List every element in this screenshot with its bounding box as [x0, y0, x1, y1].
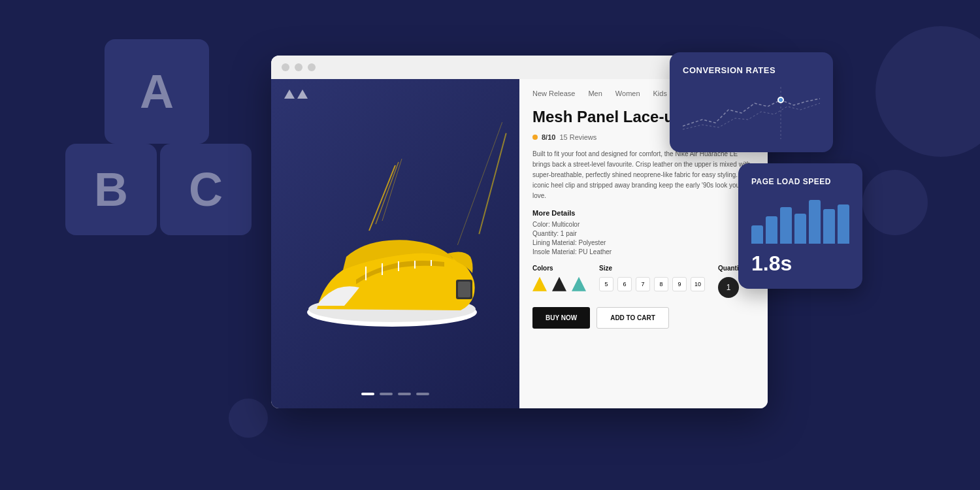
speed-bar-6 — [823, 209, 835, 244]
page-load-speed-card: PAGE LOAD SPEED 1.8s — [738, 163, 862, 289]
size-options: 5 6 7 8 9 10 — [599, 277, 705, 291]
size-option-group: Size 5 6 7 8 9 10 — [599, 265, 705, 291]
more-details-label: More Details — [532, 209, 755, 217]
detail-color: Color: Multicolor — [532, 221, 755, 228]
size-label: Size — [599, 265, 705, 272]
color-swatch-yellow[interactable] — [532, 277, 547, 291]
speed-bar-2 — [766, 216, 777, 244]
slide-dot-4[interactable] — [416, 393, 429, 395]
detail-insole: Insole Material: PU Leather — [532, 248, 755, 255]
rating-score: 8/10 — [542, 133, 555, 141]
conversion-rates-title: CONVERSION RATES — [683, 65, 820, 76]
sneaker-image — [291, 152, 500, 335]
rating-indicator — [532, 135, 538, 140]
speed-bar-1 — [751, 225, 763, 244]
color-options — [532, 277, 586, 291]
color-swatch-black[interactable] — [552, 277, 566, 291]
svg-line-1 — [376, 162, 399, 224]
product-description: Built to fit your foot and designed for … — [532, 149, 755, 201]
browser-dot-1 — [282, 63, 289, 71]
sneaker-svg — [291, 152, 500, 335]
block-b: B — [65, 144, 157, 235]
nav-item-new-release[interactable]: New Release — [532, 90, 575, 97]
buy-now-button[interactable]: BUY NOW — [532, 307, 590, 329]
speed-bars — [751, 198, 849, 244]
conversion-rates-card: CONVERSION RATES — [670, 52, 833, 152]
quantity-display[interactable]: 1 — [718, 277, 739, 298]
size-6[interactable]: 6 — [617, 277, 632, 291]
browser-dot-2 — [295, 63, 302, 71]
speed-title: PAGE LOAD SPEED — [751, 176, 849, 188]
size-10[interactable]: 10 — [691, 277, 705, 291]
slide-dot-2[interactable] — [380, 393, 393, 395]
speed-value: 1.8s — [751, 252, 849, 276]
block-a: A — [105, 39, 209, 144]
rating-count: 15 Reviews — [559, 133, 596, 141]
browser-dot-3 — [308, 63, 316, 71]
detail-lining: Lining Material: Polyester — [532, 239, 755, 246]
block-c: C — [160, 144, 252, 235]
bg-decoration-circle-2 — [862, 170, 928, 235]
size-5[interactable]: 5 — [599, 277, 613, 291]
speed-bar-5 — [809, 200, 821, 244]
speed-bar-7 — [838, 204, 849, 244]
logo-triangle-1 — [284, 90, 295, 99]
size-8[interactable]: 8 — [654, 277, 668, 291]
nav-item-kids[interactable]: Kids — [653, 90, 667, 97]
product-image-panel — [271, 79, 519, 408]
colors-label: Colors — [532, 265, 586, 272]
options-row: Colors Size 5 6 7 8 9 — [532, 265, 755, 298]
color-swatch-teal[interactable] — [572, 277, 586, 291]
size-9[interactable]: 9 — [672, 277, 687, 291]
size-7[interactable]: 7 — [636, 277, 650, 291]
svg-rect-11 — [458, 282, 470, 297]
slide-dot-1[interactable] — [361, 393, 374, 395]
logo-triangle-2 — [297, 90, 308, 99]
speed-bar-4 — [794, 214, 806, 244]
add-to-cart-button[interactable]: ADD TO CART — [596, 307, 669, 329]
slide-dot-3[interactable] — [398, 393, 411, 395]
detail-quantity: Quantity: 1 pair — [532, 230, 755, 237]
conversion-chart — [683, 87, 820, 139]
store-logo — [284, 90, 308, 99]
bg-decoration-circle-3 — [229, 399, 268, 438]
nav-item-women[interactable]: Women — [615, 90, 640, 97]
abc-blocks: A B C — [65, 39, 248, 235]
color-option-group: Colors — [532, 265, 586, 291]
slide-dots — [361, 393, 429, 395]
speed-bar-3 — [780, 207, 792, 244]
bg-decoration-circle-1 — [875, 26, 980, 157]
nav-item-men[interactable]: Men — [588, 90, 602, 97]
action-buttons: BUY NOW ADD TO CART — [532, 307, 755, 329]
conversion-chart-svg — [683, 87, 820, 139]
logo-triangles — [284, 90, 308, 99]
